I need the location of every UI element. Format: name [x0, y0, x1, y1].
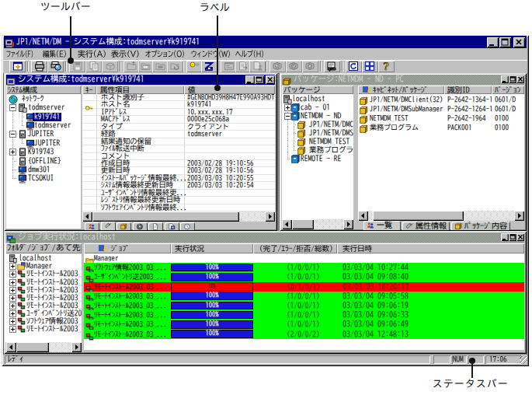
package-hscroll-right-button[interactable] — [514, 211, 524, 221]
attribute-row[interactable]: 作成日時2003/02/28 19:10:56 — [82, 160, 275, 167]
system-minimize-button[interactable] — [245, 75, 255, 84]
send-printer-button[interactable] — [324, 61, 340, 72]
expand-icon[interactable] — [9, 310, 16, 317]
main-maximize-button[interactable] — [499, 37, 511, 47]
tree-item-offline[interactable]: {OFFLINE} — [6, 157, 81, 166]
package-hscroll-thumb[interactable] — [373, 211, 464, 221]
system-tab-disc[interactable] — [133, 222, 148, 230]
attribute-row[interactable]: ﾌｧｲﾙ転送中断 — [82, 145, 275, 152]
attribute-row[interactable]: MACｱﾄﾞﾚｽ0000e25c068a — [82, 116, 275, 123]
tree-item-jp1netmdmclient32[interactable]: JP1/NETM/DMClient(32) — [282, 121, 353, 129]
system-col-attribute[interactable]: 属性項目 — [96, 86, 184, 94]
job-row[interactable]: ﾘﾓｰﾄｲﾝｽﾄｰﾙ2003_03_...0%(0/1/0/1)03/03/03… — [84, 282, 524, 292]
job-row[interactable]: ﾘﾓｰﾄｲﾝｽﾄｰﾙ2003_03_...100%(1/0/0/1)03/03/… — [84, 292, 524, 301]
attribute-row[interactable]: ｼｽﾃﾑ情報最終更新日時2003/03/03 10:20:54 — [82, 182, 275, 189]
package-button[interactable] — [102, 61, 118, 72]
package-col-version[interactable]: ﾊﾞｰｼﾞｮﾝ — [492, 86, 524, 94]
refresh-button[interactable] — [346, 61, 362, 72]
system-col-key[interactable]: ｷｰ — [82, 86, 96, 94]
expand-icon[interactable] — [9, 279, 16, 286]
package-col-name[interactable]: ｷｬﾋﾞﾈｯﾄ/ﾊﾟｯｹｰｼﾞ — [358, 86, 444, 94]
job-row[interactable]: ﾘﾓｰﾄｲﾝｽﾄｰﾙ2003_03_...100%(1/0/0/1)03/03/… — [84, 310, 524, 320]
package-minimize-button[interactable] — [501, 75, 509, 83]
tree-item-jupiter[interactable]: JUPITER — [6, 130, 81, 138]
tree-item-dmw301[interactable]: dmw301 — [6, 166, 81, 174]
jobs-col-job[interactable]: ｼﾞｮﾌﾞ — [84, 243, 171, 253]
package-tree-hscroll-left-button[interactable] — [282, 219, 292, 229]
tree-item-todmserver[interactable]: todmserver — [6, 121, 81, 130]
tree-item-netmdmtest[interactable]: NETMDM_TEST — [282, 138, 353, 146]
sphere-2-button[interactable] — [286, 61, 302, 72]
system-tab-people[interactable] — [85, 222, 99, 230]
jobs-minimize-button[interactable] — [501, 233, 509, 241]
jobs-tree-hscrollbar[interactable] — [6, 342, 82, 352]
print-preview-button[interactable] — [47, 61, 64, 72]
sphere-1-button[interactable] — [269, 61, 286, 72]
package-row[interactable]: 業務プログラムPACK0010100 — [358, 124, 524, 133]
job-row[interactable]: ﾘﾓｰﾄｲﾝｽﾄｰﾙ2003_03_...100%(1/0/0/1)03/03/… — [84, 320, 524, 329]
copy-button[interactable] — [85, 61, 102, 72]
package-close-button[interactable] — [516, 75, 524, 83]
system-close-button[interactable] — [266, 75, 275, 84]
package-tab-2[interactable]: 属性情報 — [402, 222, 450, 230]
main-title-bar[interactable]: JP1/NETM/DM - システム構成:todmserver¥k919741 — [4, 36, 527, 48]
sphere-3-button[interactable] — [302, 61, 318, 72]
attribute-row[interactable]: ｲﾝｽﾄｰﾙﾊﾟｯｹｰｼﾞ情報最終...2003/03/03 10:20:55 — [82, 175, 275, 182]
system-tab-page[interactable] — [148, 222, 163, 230]
tree-item-[interactable]: 業務プログラム — [282, 146, 353, 155]
expand-icon[interactable] — [9, 326, 16, 333]
main-close-button[interactable] — [513, 37, 525, 47]
attribute-row[interactable]: ﾚｼﾞｽﾄﾘ情報最終更新日時 — [82, 197, 275, 204]
collapse-icon[interactable] — [9, 104, 16, 111]
package-tab-1[interactable]: 一覧 — [363, 221, 401, 230]
package-tree-hscroll-right-button[interactable] — [343, 219, 353, 229]
attribute-row[interactable]: 更新日時2003/02/28 19:10:56 — [82, 167, 275, 174]
job-row[interactable]: ﾘﾓｰﾄｲﾝｽﾄｰﾙ2003_03_...100%(2/0/0/2)03/03/… — [84, 330, 524, 339]
attribute-row[interactable]: コメント — [82, 153, 275, 160]
system-tab-page-monitor[interactable] — [165, 222, 179, 230]
menu-item-4[interactable]: 表示(V) — [111, 50, 140, 60]
package-row[interactable]: JP1/NETM/DMSubManagerP-2642-1264-10601/D — [358, 105, 524, 114]
tree-item-k919741[interactable]: k919741 — [6, 113, 81, 121]
system-tab-clock-disc[interactable] — [180, 222, 195, 230]
package-tree-hscrollbar[interactable] — [282, 219, 353, 229]
jobs-col-status[interactable]: 実行状況 — [171, 243, 253, 253]
job-row[interactable]: ﾕｰｻﾞｲﾝﾍﾞﾝﾄﾘ送2003_...100%(1/0/0/1)03/03/0… — [84, 272, 524, 281]
menu-item-5[interactable]: オプション(O) — [145, 50, 185, 60]
menu-item-3[interactable]: 実行(A) — [78, 50, 106, 60]
attribute-row[interactable]: ﾕｰｻﾞｲﾝﾍﾞﾝﾄﾘ情報最終更... — [82, 190, 275, 197]
package-row[interactable]: NETMDM_TESTP-2642-19640100 — [358, 114, 524, 124]
jobs-tree-hscroll-thumb[interactable] — [16, 342, 49, 352]
system-col-value[interactable]: 値 — [184, 86, 275, 94]
package-tree-header[interactable]: パッケージ — [282, 86, 353, 94]
system-tab-plug[interactable] — [101, 222, 116, 230]
package-row[interactable]: JP1/NETM/DMClient(32)P-2642-1364-10601/D — [358, 96, 524, 105]
system-hscroll-right-button[interactable] — [265, 211, 275, 222]
package-tab-3[interactable]: ﾊﾟｯｹｰｼﾞ内容 — [451, 222, 510, 230]
tree-item-jp1netmdmsubmanager[interactable]: JP1/NETM/DMSubManager — [282, 129, 353, 138]
jobs-tree-hscroll-right-button[interactable] — [71, 342, 82, 352]
jobs-tree-header[interactable]: ﾌｫﾙﾀﾞ/ｼﾞｮﾌﾞ/あて先 — [5, 243, 82, 253]
help-button[interactable]: ? — [378, 61, 395, 72]
expand-icon[interactable] — [9, 302, 16, 309]
collapse-icon[interactable] — [284, 113, 291, 120]
jobs-close-button[interactable] — [516, 233, 524, 241]
menu-item-6[interactable]: ウィンドウ(W) — [191, 50, 231, 60]
tree-item-remotere[interactable]: REMOTE - RE — [282, 155, 353, 163]
system-maximize-button[interactable] — [255, 75, 264, 84]
system-tree-header[interactable]: ｼｽﾃﾑ構成 — [6, 86, 81, 94]
package-tree-hscroll-thumb[interactable] — [292, 219, 314, 229]
collapse-icon[interactable] — [9, 131, 16, 138]
folder-sync-button[interactable] — [167, 61, 183, 72]
expand-icon[interactable] — [284, 104, 291, 111]
package-hscrollbar[interactable] — [358, 211, 524, 221]
tree-item-todmserver[interactable]: todmserver — [6, 103, 81, 112]
package-col-id[interactable]: 識別ID — [444, 86, 492, 94]
tree-item-[interactable]: ﾈｯﾄﾜｰｸ — [6, 95, 81, 103]
job-row[interactable]: Manager — [84, 253, 524, 263]
system-hscrollbar[interactable] — [82, 211, 275, 222]
package-hscroll-left-button[interactable] — [358, 211, 368, 221]
system-hscroll-thumb[interactable] — [92, 211, 239, 222]
attribute-row[interactable]: タイプクライアント — [82, 124, 275, 131]
job-row[interactable]: ﾘﾓｰﾄｲﾝｽﾄｰﾙ2003_03_...100%(1/0/0/1)03/03/… — [84, 301, 524, 310]
